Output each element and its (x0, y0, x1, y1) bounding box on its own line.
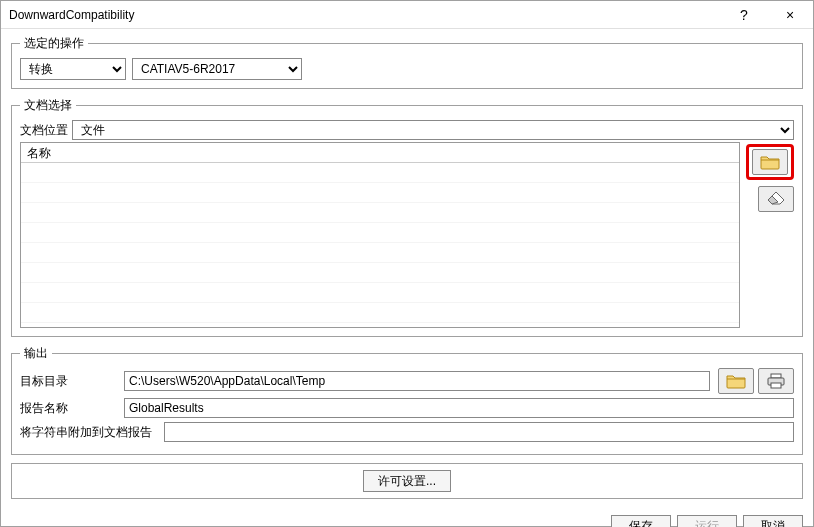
titlebar: DownwardCompatibility ? × (1, 1, 813, 29)
print-button[interactable] (758, 368, 794, 394)
cancel-button[interactable]: 取消 (743, 515, 803, 527)
content-area: 选定的操作 转换 CATIAV5-6R2017 文档选择 文档位置 文件 (1, 29, 813, 511)
dialog-window: DownwardCompatibility ? × 选定的操作 转换 CATIA… (0, 0, 814, 527)
doc-location-select[interactable]: 文件 (72, 120, 794, 140)
document-select-legend: 文档选择 (20, 97, 76, 114)
operation-group: 选定的操作 转换 CATIAV5-6R2017 (11, 35, 803, 89)
document-select-group: 文档选择 文档位置 文件 名称 (11, 97, 803, 337)
target-dir-browse-button[interactable] (718, 368, 754, 394)
output-legend: 输出 (20, 345, 52, 362)
list-header-name: 名称 (21, 143, 739, 163)
footer: 保存 运行 取消 (1, 511, 813, 527)
save-button[interactable]: 保存 (611, 515, 671, 527)
operation-legend: 选定的操作 (20, 35, 88, 52)
operation-version-select[interactable]: CATIAV5-6R2017 (132, 58, 302, 80)
folder-icon (760, 154, 780, 170)
operation-action-select[interactable]: 转换 (20, 58, 126, 80)
window-title: DownwardCompatibility (9, 8, 721, 22)
report-name-input[interactable] (124, 398, 794, 418)
doc-location-label: 文档位置 (20, 122, 68, 139)
document-list[interactable]: 名称 (20, 142, 740, 328)
report-name-label: 报告名称 (20, 400, 120, 417)
output-group: 输出 目标目录 (11, 345, 803, 455)
printer-icon (766, 373, 786, 389)
permissions-button[interactable]: 许可设置... (363, 470, 451, 492)
list-body (21, 163, 739, 327)
browse-highlight (746, 144, 794, 180)
folder-icon (726, 373, 746, 389)
permissions-row: 许可设置... (11, 463, 803, 499)
append-string-input[interactable] (164, 422, 794, 442)
browse-button[interactable] (752, 149, 788, 175)
clear-button[interactable] (758, 186, 794, 212)
target-dir-input[interactable] (124, 371, 710, 391)
help-button[interactable]: ? (721, 1, 767, 29)
eraser-icon (766, 192, 786, 206)
append-string-label: 将字符串附加到文档报告 (20, 424, 160, 441)
run-button[interactable]: 运行 (677, 515, 737, 527)
target-dir-label: 目标目录 (20, 373, 120, 390)
svg-rect-2 (771, 383, 781, 388)
svg-rect-0 (771, 374, 781, 378)
close-button[interactable]: × (767, 1, 813, 29)
